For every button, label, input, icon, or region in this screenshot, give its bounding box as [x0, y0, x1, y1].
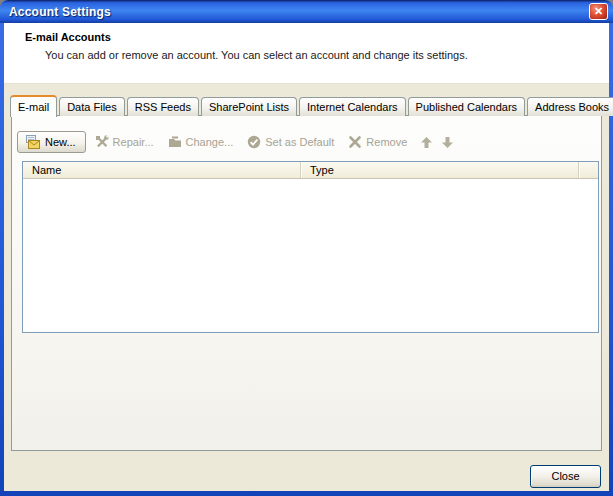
- tab-strip: E-mail Data Files RSS Feeds SharePoint L…: [10, 94, 603, 116]
- tab-label: Data Files: [67, 101, 117, 113]
- tab-label: Internet Calendars: [307, 101, 398, 113]
- tab-sharepoint-lists[interactable]: SharePoint Lists: [201, 97, 297, 116]
- titlebar[interactable]: Account Settings ✕: [0, 0, 613, 23]
- tab-label: Published Calendars: [416, 101, 518, 113]
- set-as-default-label: Set as Default: [265, 136, 334, 148]
- column-header-filler: [579, 162, 598, 178]
- set-default-check-icon: [247, 135, 261, 149]
- move-down-arrow-icon: [442, 137, 453, 148]
- window-title: Account Settings: [0, 5, 111, 19]
- remove-button[interactable]: Remove: [348, 135, 407, 149]
- remove-label: Remove: [366, 136, 407, 148]
- email-tab-panel: New... Repair...: [11, 115, 602, 451]
- new-mail-icon: [24, 135, 40, 149]
- move-up-arrow-icon: [421, 137, 432, 148]
- tab-address-books[interactable]: Address Books: [527, 97, 613, 116]
- change-folder-icon: [168, 135, 182, 149]
- accounts-list-body[interactable]: [23, 179, 598, 332]
- move-down-button[interactable]: [442, 137, 453, 148]
- accounts-list-header: Name Type: [23, 162, 598, 179]
- accounts-toolbar: New... Repair...: [17, 130, 596, 154]
- tab-internet-calendars[interactable]: Internet Calendars: [299, 97, 406, 116]
- column-header-name[interactable]: Name: [23, 162, 301, 178]
- tab-label: RSS Feeds: [135, 101, 191, 113]
- new-account-label: New...: [45, 136, 76, 148]
- window-close-button[interactable]: ✕: [589, 3, 608, 20]
- repair-tools-icon: [95, 135, 109, 149]
- close-button-label: Close: [551, 470, 579, 482]
- repair-button[interactable]: Repair...: [95, 135, 154, 149]
- close-x-icon: ✕: [594, 5, 603, 17]
- account-settings-dialog: Account Settings ✕ E-mail Accounts You c…: [0, 0, 613, 496]
- remove-x-icon: [348, 135, 362, 149]
- column-header-label: Type: [310, 164, 334, 176]
- change-label: Change...: [186, 136, 234, 148]
- column-header-label: Name: [32, 164, 61, 176]
- set-as-default-button[interactable]: Set as Default: [247, 135, 334, 149]
- tab-label: Address Books: [535, 101, 609, 113]
- header-band: E-mail Accounts You can add or remove an…: [4, 23, 609, 84]
- page-title: E-mail Accounts: [25, 31, 111, 43]
- column-header-type[interactable]: Type: [301, 162, 579, 178]
- dialog-body: E-mail Accounts You can add or remove an…: [4, 23, 609, 491]
- tab-rss-feeds[interactable]: RSS Feeds: [127, 97, 199, 116]
- tab-label: SharePoint Lists: [209, 101, 289, 113]
- tab-email[interactable]: E-mail: [10, 95, 57, 117]
- move-up-button[interactable]: [421, 137, 432, 148]
- tab-published-calendars[interactable]: Published Calendars: [408, 97, 526, 116]
- change-button[interactable]: Change...: [168, 135, 234, 149]
- accounts-list[interactable]: Name Type: [22, 161, 599, 333]
- page-subtitle: You can add or remove an account. You ca…: [45, 49, 468, 61]
- repair-label: Repair...: [113, 136, 154, 148]
- new-account-button[interactable]: New...: [17, 131, 86, 153]
- tab-data-files[interactable]: Data Files: [59, 97, 125, 116]
- tab-label: E-mail: [18, 101, 49, 113]
- close-button[interactable]: Close: [530, 465, 601, 488]
